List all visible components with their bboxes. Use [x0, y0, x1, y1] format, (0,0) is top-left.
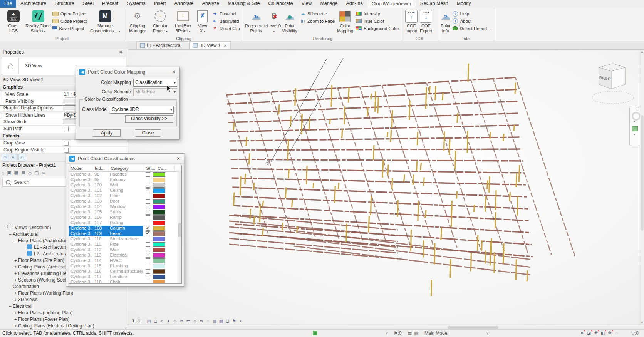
color-swatch[interactable] — [153, 188, 165, 193]
classification-row[interactable]: Cyclone 3... 111 Pipe — [69, 242, 181, 247]
classification-row[interactable]: Cyclone 3... 107 Railing — [69, 220, 181, 226]
ribbon-tab[interactable]: Insert — [149, 0, 170, 8]
color-swatch[interactable] — [153, 253, 165, 258]
chevron-down-icon[interactable]: ∨ — [385, 331, 388, 335]
limitbox-3point-button[interactable]: ∷ LimitBox 3Point ▾ — [172, 9, 195, 33]
sort-icon[interactable]: A↓ — [10, 154, 18, 161]
classification-row[interactable]: Cyclone 3... 112 Wire — [69, 247, 181, 253]
view-control-icon[interactable]: ▭ — [185, 319, 191, 324]
color-swatch[interactable] — [153, 237, 165, 241]
show-checkbox[interactable] — [146, 194, 150, 198]
view-control-icon[interactable]: ⌂ — [191, 319, 198, 324]
tree-expander[interactable]: − — [8, 303, 13, 310]
tree-item[interactable]: +3D Views — [0, 297, 124, 303]
color-swatch[interactable] — [153, 242, 165, 247]
selection-toggle-icon[interactable]: ➤ — [579, 330, 585, 335]
close-icon[interactable]: ✕ — [175, 156, 181, 161]
dialog-title-bar[interactable]: ◀ Point Cloud Classifications ✕ — [66, 154, 184, 164]
show-checkbox[interactable] — [146, 253, 150, 258]
classification-row[interactable]: Cyclone 3... 108 Column — [69, 226, 181, 231]
regenerate-points-button[interactable]: ☁↻ Regenerate Points — [245, 9, 267, 33]
scrollbar-thumb[interactable] — [641, 115, 644, 231]
about-button[interactable]: !About — [453, 17, 491, 25]
color-swatch[interactable] — [153, 231, 165, 236]
open-project-button[interactable]: Open Project — [52, 10, 89, 17]
column-header[interactable]: Category — [109, 165, 144, 171]
editable-only-indicator[interactable]: ⚑:0 — [394, 330, 402, 336]
ribbon-tab[interactable]: Collaborate — [264, 0, 297, 8]
color-swatch[interactable] — [153, 275, 165, 279]
worksharing-monitor-icon[interactable] — [313, 331, 317, 335]
color-swatch[interactable] — [153, 215, 165, 220]
classification-row[interactable]: Cyclone 3... 115 Plumbing — [69, 263, 181, 269]
nav-options-icon[interactable] — [636, 107, 639, 111]
color-swatch[interactable] — [153, 199, 165, 204]
classification-row[interactable]: Cyclone 3... 106 Ramp — [69, 215, 181, 220]
classification-row[interactable]: Cyclone 3... 104 Window — [69, 204, 181, 210]
classification-row[interactable]: Cyclone 3... 117 Furniture — [69, 274, 181, 280]
point-info-button[interactable]: ☁? Point Info — [440, 9, 451, 33]
color-swatch[interactable] — [153, 210, 165, 215]
color-swatch[interactable] — [153, 258, 165, 263]
color-swatch[interactable] — [153, 205, 165, 209]
show-checkbox[interactable] — [146, 231, 150, 236]
show-checkbox[interactable] — [146, 215, 150, 220]
view-control-icon[interactable]: ∞ — [198, 319, 205, 324]
ribbon-tab[interactable]: Precast — [98, 0, 122, 8]
true-color-button[interactable]: True Color — [356, 17, 399, 25]
manage-connections-button[interactable]: M Manage Connections... ▾ — [91, 9, 119, 33]
design-options-icon[interactable]: ▥ — [414, 330, 418, 336]
tree-item[interactable]: +Floor Plans (Working Plan) — [0, 290, 124, 297]
close-icon[interactable]: ✕ — [119, 48, 122, 56]
column-header[interactable]: Ind... — [93, 165, 109, 171]
tree-expander[interactable]: − — [13, 238, 18, 244]
intensity-button[interactable]: Intensity — [356, 10, 399, 17]
selection-toggle-icon[interactable]: ◌ — [613, 330, 620, 335]
show-checkbox[interactable] — [146, 178, 150, 182]
tree-expander[interactable]: − — [2, 225, 7, 231]
selection-toggle-icon[interactable]: ✚ — [592, 330, 599, 335]
level-0-button[interactable]: 0✕ Level 0 ▾ — [267, 9, 281, 33]
ribbon-tab[interactable]: Massing & Site — [223, 0, 264, 8]
close-button[interactable]: Close — [135, 129, 161, 137]
show-checkbox[interactable] — [146, 188, 150, 193]
show-checkbox[interactable] — [146, 199, 150, 204]
chevron-down-icon[interactable]: ∨ — [486, 331, 489, 335]
3d-view-canvas[interactable]: RIGHT ▾ ▾ ▲ ▼ 1 : 1 ▤◻☼◐♨✂▭⌂∞◌▥▦◻⚑‹ — [128, 50, 644, 325]
classification-row[interactable]: Cyclone 3... 103 Door — [69, 199, 181, 204]
backward-clip-button[interactable]: ➜Backward — [212, 17, 240, 25]
view-control-icon[interactable]: ▤ — [146, 319, 152, 324]
background-color-button[interactable]: Background Color — [356, 25, 399, 32]
show-checkbox[interactable] — [146, 258, 150, 263]
property-value[interactable] — [62, 147, 128, 153]
view-control-icon[interactable]: ◌ — [205, 319, 211, 324]
view-control-icon[interactable]: ✂ — [178, 319, 185, 324]
browser-toolbar-icon[interactable]: ▢ — [35, 170, 39, 176]
sort-icon[interactable]: Z↓ — [18, 154, 26, 161]
classification-row[interactable]: Cyclone 3... 116 Ceiling structures — [69, 269, 181, 274]
selection-filter-button[interactable]: ▽:0 — [631, 330, 639, 336]
reset-clip-button[interactable]: ✕Reset Clip — [212, 25, 240, 32]
view-scale-button[interactable]: 1 : 1 — [132, 319, 140, 323]
defect-report-button[interactable]: Defect Report... — [453, 25, 491, 32]
zoom-to-face-button[interactable]: ◧Zoom to Face — [300, 17, 335, 25]
show-checkbox[interactable] — [146, 264, 150, 268]
view-control-icon[interactable]: ☼ — [159, 319, 165, 324]
view-control-icon[interactable]: ⚑ — [231, 319, 237, 324]
color-swatch[interactable] — [153, 221, 165, 225]
tree-item[interactable]: −Electrical — [0, 303, 124, 310]
view-control-icon[interactable]: ♨ — [172, 319, 178, 324]
tree-expander[interactable]: + — [13, 277, 18, 283]
classification-row[interactable]: Cyclone 3... 105 Stairs — [69, 210, 181, 215]
ribbon-tab[interactable]: Architecture — [16, 0, 50, 8]
color-swatch[interactable] — [153, 264, 165, 268]
tree-expander[interactable]: + — [13, 297, 18, 303]
show-checkbox[interactable] — [146, 237, 150, 241]
tree-expander[interactable]: − — [8, 283, 13, 290]
show-checkbox[interactable] — [146, 210, 150, 215]
classification-row[interactable]: Cyclone 3... 98 Facades — [69, 172, 181, 177]
browser-toolbar-icon[interactable]: ▦ — [14, 170, 18, 176]
ribbon-tab[interactable]: ReCap Mesh — [416, 0, 453, 8]
color-swatch[interactable] — [153, 183, 165, 188]
color-swatch[interactable] — [153, 172, 165, 177]
